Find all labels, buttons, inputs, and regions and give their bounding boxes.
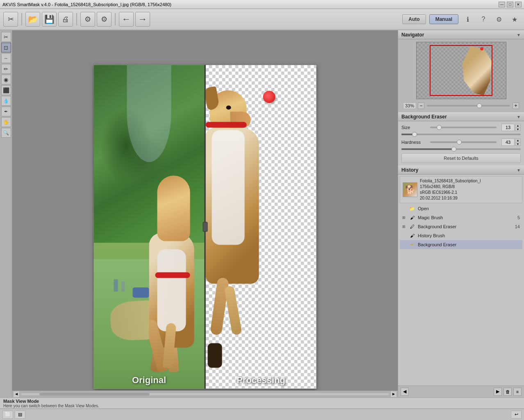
main-layout: ✂ ⊡ ↔ ✏ ◉ ⬛ 💧 ✒ 🖐 🔍	[0, 30, 524, 397]
history-item-bg-eraser-2[interactable]: ✏ Background Eraser	[400, 240, 522, 249]
size-slider-full-thumb[interactable]	[412, 132, 417, 137]
size-down-button[interactable]: ▼	[515, 128, 521, 132]
redo-button[interactable]: →	[135, 12, 150, 27]
size-slider-thumb[interactable]	[437, 125, 442, 130]
view-mode-2-button[interactable]: ▤	[15, 411, 25, 419]
bottom-toolbar: ⬜ ▤ ↩	[0, 409, 524, 420]
hardness-down-button[interactable]: ▼	[515, 143, 521, 146]
navigator-preview	[416, 42, 506, 99]
image-display[interactable]: Original	[94, 65, 317, 388]
info-button[interactable]: ℹ	[462, 13, 474, 25]
reset-defaults-button[interactable]: Reset to Defaults	[401, 153, 521, 163]
history-fileinfo3: 20.02.2012 10:16:39	[420, 195, 519, 201]
size-slider-full[interactable]	[401, 134, 521, 135]
history-filename: Fotolia_15268418_Subscription_l	[420, 178, 519, 184]
bg-eraser-collapse-icon: ▼	[517, 115, 521, 119]
original-panel: Original	[94, 65, 205, 388]
history-delete-button[interactable]: 🗑	[503, 388, 512, 396]
pen-tool-button[interactable]: ✏	[1, 64, 11, 74]
hardness-slider-full[interactable]	[401, 148, 521, 150]
history-item-history-brush[interactable]: 🖌 History Brush	[400, 231, 522, 240]
history-item-bg-eraser[interactable]: ⊞ 🖊 Background Eraser 14	[400, 222, 522, 231]
brush-tool-button[interactable]: ✒	[1, 107, 11, 116]
scroll-left-button[interactable]: ◀	[13, 391, 20, 397]
settings1-button[interactable]: ⚙	[80, 12, 95, 27]
processing-panel: Processing	[206, 65, 317, 388]
scissors-button[interactable]: ✂	[3, 12, 18, 27]
scroll-right-button[interactable]: ▶	[390, 391, 397, 397]
fill-tool-button[interactable]: 💧	[1, 96, 11, 106]
history-item-magic-brush[interactable]: ⊞ 🖌 Magic Brush 5	[400, 213, 522, 222]
hscroll-track[interactable]	[21, 393, 390, 396]
status-bar: Mask View Mode Here you can switch betwe…	[0, 397, 524, 409]
navigator-header[interactable]: Navigator ▼	[398, 30, 524, 39]
print-button[interactable]: 🖨	[58, 12, 73, 27]
bg-eraser-content: Size 13 ▲ ▼ Hardness	[398, 121, 524, 166]
history-item-open[interactable]: 📁 Open	[400, 204, 522, 213]
zoom-minus-button[interactable]: −	[418, 102, 424, 109]
history-title: History	[401, 167, 418, 173]
history-back-button[interactable]: ◀	[401, 388, 409, 396]
preferences-button[interactable]: ⚙	[493, 13, 505, 25]
navigator-collapse-icon: ▼	[517, 33, 521, 37]
history-header[interactable]: History ▼	[398, 166, 524, 175]
window-controls: — □ ✕	[499, 2, 522, 7]
hand-tool-button[interactable]: 🖐	[1, 117, 11, 127]
hardness-slider-track[interactable]	[430, 141, 497, 143]
size-up-button[interactable]: ▲	[515, 124, 521, 128]
save-button[interactable]: 💾	[42, 12, 57, 27]
hardness-slider-full-thumb[interactable]	[451, 147, 456, 152]
history-collapse-icon: ▼	[517, 168, 521, 173]
history-item-history-brush-label: History Brush	[418, 233, 517, 238]
maximize-button[interactable]: □	[507, 2, 513, 7]
zoom-slider-track[interactable]	[427, 105, 510, 107]
cut-tool-button[interactable]: ✂	[1, 32, 11, 42]
history-footer: ◀ ▶ 🗑 ≡	[398, 386, 524, 397]
open-button[interactable]: 📂	[25, 12, 40, 27]
zoom-slider-thumb[interactable]	[477, 103, 482, 108]
history-fileinfo2: sRGB IEC61966-2.1	[420, 190, 519, 195]
help-button[interactable]: ?	[477, 13, 490, 25]
navigator-content: 33% − +	[398, 39, 524, 112]
toolbar-separator-2	[76, 13, 77, 25]
auto-mode-button[interactable]: Auto	[402, 14, 426, 24]
close-button[interactable]: ✕	[515, 2, 522, 7]
select-tool-button[interactable]: ⊡	[1, 43, 11, 52]
eraser-icon: 🖊	[409, 223, 415, 230]
history-file-info: Fotolia_15268418_Subscription_l 1756x248…	[420, 178, 519, 201]
history-play-button[interactable]: ▶	[494, 388, 502, 396]
canvas-wrapper: Original	[12, 30, 398, 397]
undo-button[interactable]: ←	[119, 12, 134, 27]
toolbar-separator-3	[115, 13, 116, 25]
rect-tool-button[interactable]: ⬛	[1, 85, 11, 95]
zoom-tool-button[interactable]: 🔍	[1, 128, 11, 138]
size-slider-track[interactable]	[430, 127, 497, 128]
hscroll-thumb[interactable]	[39, 393, 150, 395]
left-tools-panel: ✂ ⊡ ↔ ✏ ◉ ⬛ 💧 ✒ 🖐 🔍	[0, 30, 12, 397]
hardness-up-button[interactable]: ▲	[515, 138, 521, 143]
history-fileinfo1: 1756x2480, RGB/8	[420, 184, 519, 190]
minimize-button[interactable]: —	[499, 2, 505, 7]
status-mode-label: Mask View Mode	[3, 398, 521, 404]
navigator-title: Navigator	[401, 32, 424, 38]
circle-tool-button[interactable]: ◉	[1, 75, 11, 84]
divider-grip	[203, 222, 207, 232]
bg-eraser-title: Background Eraser	[401, 114, 447, 120]
star-button[interactable]: ★	[508, 13, 521, 25]
hardness-slider-thumb[interactable]	[457, 140, 462, 145]
move-tool-button[interactable]: ↔	[1, 53, 11, 63]
history-item-bg-eraser-2-label: Background Eraser	[418, 242, 517, 247]
back-nav-button[interactable]: ↩	[511, 411, 522, 419]
settings2-button[interactable]: ⚙	[97, 12, 112, 27]
history-list-button[interactable]: ≡	[513, 388, 522, 396]
manual-mode-button[interactable]: Manual	[429, 14, 458, 24]
view-mode-1-button[interactable]: ⬜	[2, 411, 13, 419]
bg-eraser-header[interactable]: Background Eraser ▼	[398, 112, 524, 121]
history-item-bg-eraser-count: 14	[515, 224, 520, 229]
zoom-plus-button[interactable]: +	[513, 102, 519, 109]
history-file-item: 🐕 Fotolia_15268418_Subscription_l 1756x2…	[400, 176, 522, 203]
split-divider[interactable]	[205, 65, 206, 388]
canvas-area[interactable]: Original	[12, 30, 398, 390]
history-item-magic-count: 5	[517, 215, 520, 220]
right-panel: Navigator ▼ 33% − + Background Erase	[398, 30, 524, 397]
